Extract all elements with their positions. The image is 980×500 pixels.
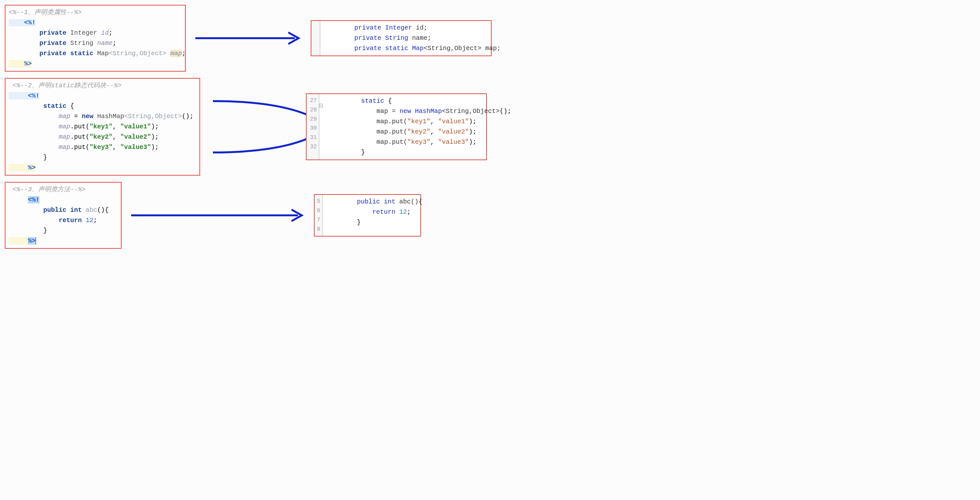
kw-static: static <box>361 97 384 105</box>
jsp-open: <%! <box>28 196 40 203</box>
ln: 31 <box>310 134 317 141</box>
fold-minus-icon[interactable] <box>319 104 324 108</box>
kw: private <box>354 24 381 32</box>
generic: <String,Object> <box>109 50 166 57</box>
code: <%--1、声明类属性--%> <%! private Integer id; … <box>5 5 185 71</box>
comment: <%--1、声明类属性--%> <box>9 9 82 16</box>
end: ); <box>151 144 159 151</box>
gutter-wrap: 272829303132 static { map = new HashMap<… <box>307 94 486 160</box>
end: ); <box>469 118 477 125</box>
comment: <%--2、声明static静态代码块--%> <box>13 82 121 89</box>
kw: private <box>40 50 66 57</box>
ident: map <box>59 113 70 120</box>
java-block-2: 272829303132 static { map = new HashMap<… <box>306 93 487 160</box>
kw-return: return <box>59 217 82 224</box>
comma: , <box>113 144 120 151</box>
ln: 27 <box>310 97 317 104</box>
java-block-1: private Integer id; private String name;… <box>311 20 492 56</box>
kw: private <box>40 29 66 37</box>
ln: 8 <box>317 226 320 232</box>
comment: <%--3、声明类方法--%> <box>13 186 86 193</box>
paren: (){ <box>97 206 109 214</box>
ident: map <box>170 50 182 57</box>
ln: 28 <box>310 107 317 113</box>
ident: map = <box>377 107 399 115</box>
method: abc(){ <box>399 198 422 205</box>
ln: 30 <box>310 125 317 131</box>
jsp-close: %> <box>28 164 36 171</box>
code: private Integer id; private String name;… <box>320 21 504 56</box>
gutter-fold <box>323 195 323 236</box>
kw-public: public <box>43 206 66 214</box>
call: map.put( <box>377 138 407 146</box>
gutter-margin <box>311 21 320 56</box>
jsp-close: %> <box>24 60 32 67</box>
ident: id; <box>416 24 428 32</box>
string: "value1" <box>120 123 151 130</box>
method: abc <box>86 206 97 214</box>
code: public int abc(){ return 12; } <box>323 195 426 236</box>
string: "value2" <box>120 133 151 141</box>
comma: , <box>113 123 120 130</box>
comma: , <box>430 128 438 136</box>
dot: .put( <box>70 144 89 151</box>
type: String <box>70 40 93 47</box>
kw: private <box>40 40 66 47</box>
type: String <box>385 34 408 42</box>
type: Integer <box>70 29 97 37</box>
kw-return: return <box>372 208 395 216</box>
tail: (); <box>500 107 511 115</box>
kw: static <box>385 45 408 52</box>
call: map.put( <box>377 128 407 136</box>
java-block-3: 5678 public int abc(){ return 12; } <box>314 194 421 236</box>
code: static { map = new HashMap<String,Object… <box>320 94 514 160</box>
arrow-icon <box>128 206 307 225</box>
comma: , <box>430 138 438 146</box>
string: "value3" <box>120 144 151 151</box>
ident: id <box>101 29 109 37</box>
ln: 7 <box>317 217 320 223</box>
kw-int: int <box>70 206 82 214</box>
jsp-open: <%! <box>24 19 36 26</box>
type: Map <box>412 45 424 52</box>
arrow-icon <box>192 29 304 48</box>
jsp-close: %> <box>28 237 36 244</box>
gutter-wrap: 5678 public int abc(){ return 12; } <box>315 195 420 236</box>
type: Integer <box>385 24 412 32</box>
ident: map; <box>485 45 501 52</box>
string: "value1" <box>438 118 469 125</box>
type: Map <box>97 50 109 57</box>
gutter-wrap: private Integer id; private String name;… <box>311 21 491 56</box>
tail: (); <box>182 113 193 120</box>
ident: name <box>97 40 113 47</box>
string: "key2" <box>89 133 113 141</box>
ln: 29 <box>310 116 317 122</box>
comma: , <box>430 118 438 125</box>
dot: .put( <box>70 123 89 130</box>
code: <%--3、声明类方法--%> <%! public int abc(){ re… <box>5 183 121 248</box>
string: "key1" <box>89 123 113 130</box>
jsp-block-2: <%--2、声明static静态代码块--%> <%! static { map… <box>5 78 200 176</box>
ln: 5 <box>317 198 320 204</box>
kw: static <box>70 50 93 57</box>
number: 12 <box>399 208 407 216</box>
jsp-block-3: <%--3、声明类方法--%> <%! public int abc(){ re… <box>5 182 121 249</box>
string: "key3" <box>407 138 430 146</box>
type: HashMap <box>97 113 124 120</box>
call: map.put( <box>377 118 407 125</box>
end: ); <box>151 123 159 130</box>
dot: .put( <box>70 133 89 141</box>
kw: private <box>354 34 381 42</box>
end: ); <box>469 128 477 136</box>
ident: name; <box>412 34 431 42</box>
jsp-block-1: <%--1、声明类属性--%> <%! private Integer id; … <box>5 5 186 72</box>
kw-int: int <box>384 198 395 205</box>
row-1: <%--1、声明类属性--%> <%! private Integer id; … <box>5 5 975 72</box>
comma: , <box>113 133 120 141</box>
string: "key2" <box>407 128 430 136</box>
kw-new: new <box>399 107 411 115</box>
ident: map <box>59 123 70 130</box>
type: HashMap <box>415 107 442 115</box>
end: ); <box>469 138 477 146</box>
kw: private <box>354 45 381 52</box>
